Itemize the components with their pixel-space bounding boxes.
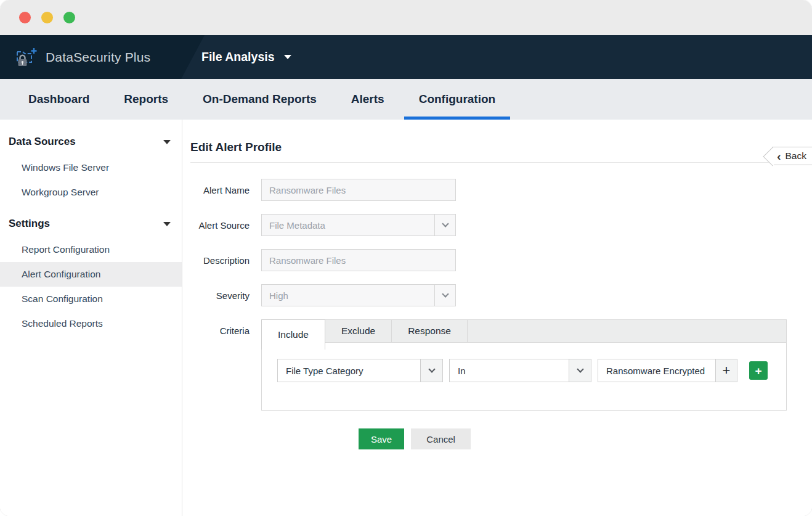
product-logo[interactable]: DataSecurity Plus <box>0 35 205 79</box>
sidebar-item-windows-file-server[interactable]: Windows File Server <box>0 155 182 180</box>
form-row-description: Description <box>190 249 812 271</box>
tab-on-demand-reports[interactable]: On-Demand Reports <box>188 79 331 120</box>
edit-alert-form: Alert Name Alert Source File Metadata <box>190 179 812 449</box>
datasecurity-logo-icon <box>15 47 38 68</box>
criteria-tab-exclude[interactable]: Exclude <box>325 320 392 342</box>
chevron-down-icon <box>577 366 583 372</box>
criteria-tab-response[interactable]: Response <box>392 320 468 342</box>
back-button-label: Back <box>786 150 806 162</box>
alert-source-value: File Metadata <box>262 215 434 235</box>
description-label: Description <box>190 255 250 266</box>
tab-reports[interactable]: Reports <box>109 79 183 120</box>
add-condition-button[interactable]: + <box>749 361 768 380</box>
chevron-down-icon <box>442 220 449 227</box>
title-divider <box>190 162 812 163</box>
save-button[interactable]: Save <box>359 428 404 449</box>
sidebar-item-alert-configuration[interactable]: Alert Configuration <box>0 262 182 287</box>
chevron-down-icon <box>428 366 435 372</box>
close-window-button[interactable] <box>19 12 31 23</box>
sidebar-section-title: Settings <box>9 218 50 230</box>
dropdown-chevron-box <box>569 359 591 382</box>
dropdown-chevron-box <box>420 359 442 382</box>
app-window: DataSecurity Plus File Analysis Dashboar… <box>0 0 812 516</box>
content-area: Data Sources Windows File Server Workgro… <box>0 120 812 516</box>
severity-dropdown[interactable]: High <box>261 284 456 306</box>
alert-name-input[interactable] <box>262 179 455 200</box>
alert-source-label: Alert Source <box>190 220 250 231</box>
description-input[interactable] <box>262 250 455 271</box>
sidebar-section-data-sources[interactable]: Data Sources <box>0 128 182 155</box>
page-title: Edit Alert Profile <box>190 141 812 154</box>
caret-down-icon <box>163 222 171 226</box>
form-row-alert-source: Alert Source File Metadata <box>190 214 812 236</box>
sidebar-item-workgroup-server[interactable]: Workgroup Server <box>0 180 182 205</box>
chevron-left-icon: ‹ <box>777 150 781 162</box>
form-row-severity: Severity High <box>190 284 812 306</box>
top-navigation: Dashboard Reports On-Demand Reports Aler… <box>0 79 812 120</box>
form-row-criteria: Criteria Include Exclude Response File T… <box>190 319 812 411</box>
severity-value: High <box>262 285 434 306</box>
criteria-tab-include[interactable]: Include <box>261 319 325 350</box>
description-field-wrap <box>261 249 456 271</box>
sidebar-item-report-configuration[interactable]: Report Configuration <box>0 237 182 262</box>
criteria-label: Criteria <box>190 319 250 343</box>
sidebar-section-settings[interactable]: Settings <box>0 210 182 237</box>
criteria-box: Include Exclude Response File Type Categ… <box>261 319 787 411</box>
back-button[interactable]: ‹ Back <box>772 147 812 165</box>
criteria-value-box: Ransomware Encrypted + <box>598 359 737 382</box>
criteria-tabstrip: Include Exclude Response <box>261 319 787 343</box>
sidebar-item-scheduled-reports[interactable]: Scheduled Reports <box>0 311 182 336</box>
caret-down-icon <box>284 55 291 59</box>
tab-alerts[interactable]: Alerts <box>336 79 399 120</box>
main-panel: Edit Alert Profile ‹ Back Alert Name Ale… <box>182 120 812 516</box>
dropdown-chevron-box <box>434 285 455 306</box>
dropdown-chevron-box <box>434 215 455 235</box>
zoom-window-button[interactable] <box>63 12 75 23</box>
sidebar-item-scan-configuration[interactable]: Scan Configuration <box>0 287 182 311</box>
add-value-button[interactable]: + <box>715 359 737 382</box>
cancel-button[interactable]: Cancel <box>411 428 471 449</box>
sidebar-section-title: Data Sources <box>9 136 76 148</box>
alert-name-field-wrap <box>261 179 456 201</box>
form-row-alert-name: Alert Name <box>190 179 812 201</box>
app-header: DataSecurity Plus File Analysis <box>0 35 812 79</box>
alert-name-label: Alert Name <box>190 185 250 195</box>
tab-configuration[interactable]: Configuration <box>404 79 511 120</box>
criteria-operator-dropdown[interactable]: In <box>449 359 591 382</box>
sidebar: Data Sources Windows File Server Workgro… <box>0 120 182 516</box>
alert-source-dropdown[interactable]: File Metadata <box>261 214 456 236</box>
chevron-down-icon <box>442 290 449 297</box>
caret-down-icon <box>163 140 171 144</box>
criteria-value: Ransomware Encrypted <box>598 359 715 382</box>
module-name: File Analysis <box>201 50 275 64</box>
criteria-field-dropdown[interactable]: File Type Category <box>277 359 443 382</box>
criteria-operator-value: In <box>450 359 569 382</box>
module-switcher[interactable]: File Analysis <box>201 50 291 64</box>
window-titlebar <box>0 0 812 35</box>
severity-label: Severity <box>190 290 250 301</box>
criteria-field-value: File Type Category <box>278 359 420 382</box>
product-name: DataSecurity Plus <box>46 50 150 65</box>
tab-dashboard[interactable]: Dashboard <box>14 79 104 120</box>
criteria-panel: File Type Category In <box>261 343 787 411</box>
form-actions: Save Cancel <box>359 428 812 449</box>
minimize-window-button[interactable] <box>41 12 53 23</box>
